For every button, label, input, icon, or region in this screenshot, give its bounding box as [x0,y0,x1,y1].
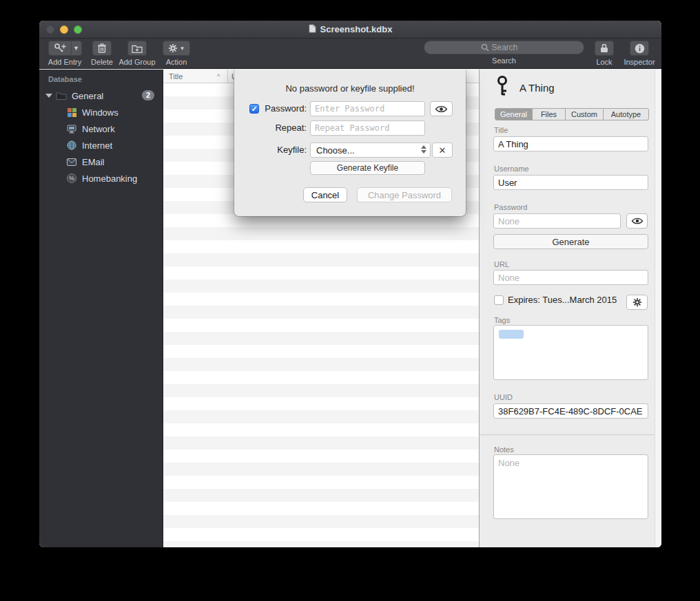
titlebar: Screenshot.kdbx [39,21,661,39]
toolbar-group-lock: Lock [590,41,618,66]
sidebar-item-homebanking[interactable]: % Homebanking [39,170,163,187]
action-dropdown-arrow[interactable]: ▼ [180,45,185,52]
tab-files[interactable]: Files [533,109,566,120]
lock-button[interactable] [595,41,614,56]
action-button[interactable]: ▼ [163,41,190,56]
dialog-password-label: Password: [262,101,307,116]
tab-general[interactable]: General [495,109,533,120]
password-input[interactable] [493,213,621,229]
folder-plus-icon [132,44,143,53]
window-title: Screenshot.kdbx [320,24,393,34]
toolbar-group-action: ▼ Action [161,41,192,66]
popup-stepper-icon [421,145,426,154]
expires-checkbox[interactable] [494,295,504,305]
inspector-button[interactable] [630,41,649,56]
password-enabled-checkbox[interactable]: ✓ [249,104,259,114]
tab-custom[interactable]: Custom [566,109,604,120]
cancel-button[interactable]: Cancel [303,187,347,202]
app-window: Screenshot.kdbx ▼ Add Entry Delete Add G… [39,21,661,547]
dialog-reveal-password-button[interactable] [430,101,453,116]
add-entry-key-icon[interactable] [49,41,71,55]
sidebar-item-internet[interactable]: Internet [39,137,163,154]
info-circle-icon [635,43,645,54]
sidebar: Database General 2 Windows Network [39,70,163,547]
url-input[interactable] [493,270,648,285]
expires-label: Expires: Tues...March 2015 [508,295,617,305]
toolbar-group-add-group: Add Group [116,41,158,66]
sidebar-group-general[interactable]: General 2 [39,87,163,104]
generate-keyfile-button[interactable]: Generate Keyfile [310,161,425,175]
title-input[interactable] [493,136,648,151]
inspector-label: Inspector [619,58,659,66]
sidebar-item-label: Homebanking [82,173,137,184]
sidebar-item-network[interactable]: Network [39,120,163,137]
folder-icon [56,92,67,100]
toolbar-group-add-entry: ▼ Add Entry [43,41,86,66]
tags-box[interactable] [493,325,648,380]
password-field-label: Password [494,203,527,211]
tags-field-label: Tags [494,316,510,324]
minimize-button[interactable] [60,25,68,34]
url-field-label: URL [494,260,509,268]
uuid-input[interactable] [493,403,648,419]
keyfile-popup-button[interactable]: Choose... [310,143,431,158]
search-field[interactable] [424,41,584,54]
dialog-message: No password or keyfile supplied! [234,83,466,94]
sidebar-item-label: EMail [82,157,105,167]
add-entry-dropdown-arrow[interactable]: ▼ [71,41,81,55]
disclosure-triangle-icon[interactable] [45,94,52,98]
delete-button[interactable] [92,41,112,56]
sidebar-item-label: Internet [82,140,112,151]
lock-icon [600,43,608,53]
envelope-icon [66,158,77,166]
delete-label: Delete [88,58,116,66]
eye-icon [631,217,644,225]
username-input[interactable] [493,175,648,190]
sidebar-item-label: Windows [82,107,119,118]
document-proxy-icon [309,24,316,35]
add-group-button[interactable] [127,41,147,56]
notes-field-label: Notes [494,445,514,454]
expires-settings-button[interactable] [626,295,648,310]
dialog-password-input[interactable] [310,101,425,116]
add-entry-label: Add Entry [43,58,86,66]
eye-icon [435,105,448,114]
toolbar-group-delete: Delete [88,41,116,66]
change-password-button[interactable]: Change Password [357,187,452,202]
title-field-label: Title [494,126,508,134]
trash-icon [98,43,106,53]
column-divider[interactable] [227,70,228,83]
notes-textarea[interactable] [493,454,648,519]
globe-icon [66,140,77,150]
add-entry-button[interactable]: ▼ [48,41,82,56]
inspector-tabs: General Files Custom Autotype [495,108,649,120]
close-button[interactable] [46,25,54,34]
search-input[interactable] [492,43,528,52]
tag-chip[interactable] [499,330,524,339]
tab-autotype[interactable]: Autotype [604,109,648,120]
toolbar-group-inspector: Inspector [619,41,659,66]
sidebar-item-windows[interactable]: Windows [39,104,163,120]
key-icon [493,75,511,100]
sidebar-item-email[interactable]: EMail [39,154,163,170]
group-count-badge: 2 [142,90,154,101]
action-label: Action [161,58,192,66]
sidebar-section-header: Database [48,75,82,83]
dialog-repeat-input[interactable] [310,120,425,136]
traffic-lights [46,25,82,34]
keyfile-popup-value: Choose... [316,145,355,156]
entry-title: A Thing [519,82,555,94]
zoom-button[interactable] [74,25,82,34]
reveal-password-button[interactable] [626,213,648,229]
sidebar-item-label: Network [82,124,115,134]
inspector-scrollbar[interactable] [655,70,661,547]
username-field-label: Username [494,165,529,173]
generate-password-button[interactable]: Generate [493,234,648,249]
search-label: Search [424,56,584,65]
uuid-field-label: UUID [494,393,513,401]
gear-icon [168,43,178,53]
clear-keyfile-button[interactable]: ✕ [432,143,453,158]
column-title[interactable]: Title [169,72,183,81]
change-password-dialog: No password or keyfile supplied! ✓ Passw… [234,70,466,216]
inspector-panel: A Thing General Files Custom Autotype Ti… [479,70,661,547]
